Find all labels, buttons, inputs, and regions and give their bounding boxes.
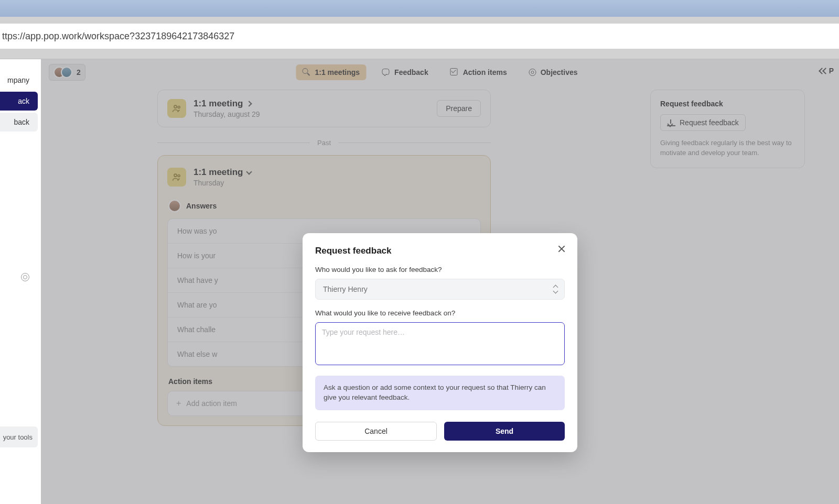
url-input[interactable] [2, 31, 837, 42]
modal-title: Request feedback [315, 246, 565, 256]
sidebar-your-tools[interactable]: your tools [0, 426, 38, 447]
request-feedback-modal: Request feedback Who would you like to a… [303, 233, 577, 452]
hint-box: Ask a question or add some context to yo… [315, 376, 565, 410]
close-icon[interactable] [556, 244, 567, 254]
select-arrows-icon [554, 286, 558, 293]
person-select[interactable]: Thierry Henry [315, 279, 565, 300]
sidebar-item-company[interactable]: mpany [0, 71, 38, 90]
gear-icon[interactable] [21, 273, 29, 281]
main: 2 1:1 meetings Feedback Action items Obj… [41, 59, 839, 504]
what-label: What would you like to receive feedback … [315, 309, 565, 317]
url-bar[interactable] [0, 24, 839, 49]
browser-top-bar [0, 0, 839, 17]
sidebar-item-active[interactable]: ack [0, 92, 38, 111]
modal-actions: Cancel Send [315, 422, 565, 441]
sidebar-item-back[interactable]: back [0, 113, 38, 132]
sidebar: mpany ack back your tools [0, 59, 41, 504]
feedback-request-textarea[interactable] [315, 322, 565, 365]
send-button[interactable]: Send [444, 422, 565, 441]
selected-person: Thierry Henry [323, 285, 368, 293]
cancel-button[interactable]: Cancel [315, 422, 437, 441]
who-label: Who would you like to ask for feedback? [315, 266, 565, 273]
